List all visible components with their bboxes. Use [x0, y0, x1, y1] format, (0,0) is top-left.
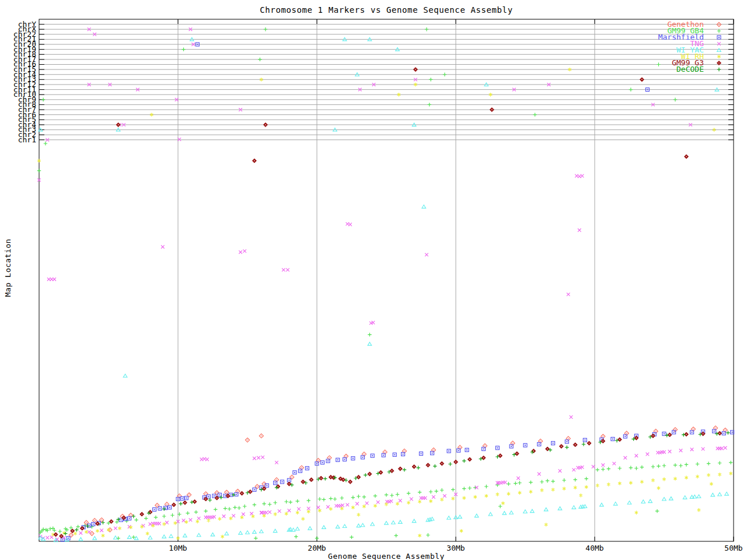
series-wi-yac: [39, 37, 728, 541]
x-tick-labels: 10Mb20Mb30Mb40Mb50Mb: [169, 544, 742, 552]
chromosome-lines: [39, 24, 734, 140]
x-tick-label: 40Mb: [585, 544, 603, 552]
legend-label: DeCODE: [676, 65, 704, 74]
series-gm99-gb4: [37, 27, 733, 540]
series-wi-rh: [37, 68, 732, 540]
chromosome-labels: chr1chr2chr3chr4chr5chr6chr7chr8chr9chr1…: [13, 20, 36, 144]
series-marshfield: [61, 43, 734, 541]
gridlines: [178, 19, 595, 541]
plot-frame: [39, 19, 734, 541]
series-genethon: [69, 426, 727, 537]
x-tick-label: 20Mb: [308, 544, 326, 552]
x-tick-label: 50Mb: [724, 544, 742, 552]
x-tick-label: 10Mb: [169, 544, 187, 552]
series-gm99-g3: [54, 68, 722, 538]
legend: GenethonGM99 GB4MarshfieldTNGWI YACWI RH…: [658, 20, 721, 74]
chromosome-label: chrY: [18, 20, 36, 29]
chromosome-ticks: [39, 24, 734, 140]
x-tick-label: 30Mb: [446, 544, 465, 552]
plot-area: chr1chr2chr3chr4chr5chr6chr7chr8chr9chr1…: [0, 0, 747, 560]
